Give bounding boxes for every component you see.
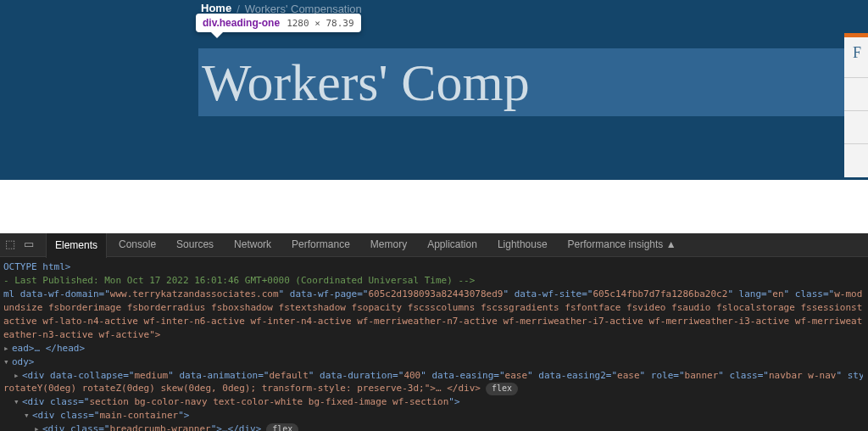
v: w-mod-js fsjs fsflexbox fsno-t xyxy=(834,288,863,299)
dom-line[interactable]: ▸<div class="breadcrumb-wranner">…</div>… xyxy=(3,423,863,431)
tab-application[interactable]: Application xyxy=(419,233,486,257)
inspect-tooltip: div.heading-one 1280 × 78.39 xyxy=(196,14,361,32)
dom-line[interactable]: OCTYPE html> xyxy=(3,260,863,274)
doctype-text: OCTYPE html> xyxy=(3,261,70,272)
dom-line[interactable]: ▾ody> xyxy=(3,355,863,369)
v: section bg-color-navy text-color-white b… xyxy=(89,396,448,407)
t: ml data-wf-domain=" xyxy=(3,288,110,299)
t: "> xyxy=(178,410,189,421)
dom-line[interactable]: ▾<div class="main-container"> xyxy=(3,409,863,423)
dom-line[interactable]: ml data-wf-domain="www.terrykatzandassoc… xyxy=(3,288,863,301)
page-title: Workers' Comp xyxy=(202,53,530,113)
inspect-highlight-overlay: Workers' Comp xyxy=(198,48,868,116)
sidebar-card-letter: F xyxy=(844,37,868,62)
dom-line[interactable]: active wf-lato-n4-active wf-inter-n6-act… xyxy=(3,315,863,328)
tab-lighthouse[interactable]: Lighthouse xyxy=(489,233,556,257)
t: ead>… </head> xyxy=(12,343,85,354)
inspect-icon[interactable]: ⬚ xyxy=(5,237,15,253)
divider xyxy=(844,143,868,144)
divider xyxy=(844,110,868,111)
v: 400 xyxy=(403,370,420,381)
device-toggle-icon[interactable]: ▭ xyxy=(24,237,34,253)
tab-performance-insights[interactable]: Performance insights ▲ xyxy=(559,233,685,257)
disclose-icon[interactable]: ▾ xyxy=(3,355,12,369)
v: default xyxy=(269,370,308,381)
t: " lang=" xyxy=(727,288,772,299)
tab-memory[interactable]: Memory xyxy=(362,233,415,257)
v: breadcrumb-wranner xyxy=(109,423,210,431)
disclose-icon[interactable]: ▾ xyxy=(14,395,22,409)
devtools-panel: ⬚ ▭ Elements Console Sources Network Per… xyxy=(0,233,868,431)
t: " data-duration=" xyxy=(309,370,404,381)
t: " data-wf-page=" xyxy=(279,288,369,299)
dom-line[interactable]: - Last Published: Mon Oct 17 2022 16:01:… xyxy=(3,274,863,288)
v: navbar w-nav xyxy=(769,370,836,381)
t: <div class=" xyxy=(42,423,109,431)
inspect-tooltip-selector: div.heading-one xyxy=(203,17,280,29)
t: " style=" xyxy=(836,370,863,381)
disclose-icon[interactable]: ▸ xyxy=(14,369,22,383)
dom-line[interactable]: rotateY(0deg) rotateZ(0deg) skew(0deg, 0… xyxy=(3,382,863,395)
page-body-gap xyxy=(0,180,868,233)
tab-elements[interactable]: Elements xyxy=(46,233,107,258)
devtools-tab-bar: ⬚ ▭ Elements Console Sources Network Per… xyxy=(0,233,868,257)
t: " role=" xyxy=(640,370,685,381)
dom-line[interactable]: eather-n3-active wf-active"> xyxy=(3,328,863,342)
disclose-icon[interactable]: ▸ xyxy=(34,423,42,431)
v: ease xyxy=(617,370,640,381)
t: <div data-collapse=" xyxy=(22,370,134,381)
dom-line[interactable]: ▸ead>… </head> xyxy=(3,342,863,355)
v: medium xyxy=(134,370,168,381)
v: 605c2d198093a82443078ed9 xyxy=(369,288,504,299)
t: " class=" xyxy=(784,288,835,299)
flex-badge[interactable]: flex xyxy=(486,383,518,395)
t: " data-wf-site=" xyxy=(503,288,593,299)
v: en xyxy=(772,288,783,299)
devtools-elements-tree[interactable]: OCTYPE html> - Last Published: Mon Oct 1… xyxy=(0,257,868,431)
t: " data-animation=" xyxy=(168,370,269,381)
t: <div class=" xyxy=(32,410,99,421)
t: " data-easing2=" xyxy=(527,370,617,381)
v: 605c14fbb7d7fa1286ba20c2 xyxy=(593,288,727,299)
v: rotateY(0deg) rotateZ(0deg) skew(0deg, 0… xyxy=(3,383,481,394)
t: " data-easing=" xyxy=(420,370,504,381)
v: eather-n3-active wf-active"> xyxy=(3,329,160,340)
t: <div class=" xyxy=(22,396,89,407)
sidebar-card: F xyxy=(844,33,868,177)
tab-performance[interactable]: Performance xyxy=(283,233,359,257)
v: ease xyxy=(505,370,528,381)
dom-line[interactable]: undsize fsborderimage fsborderradius fsb… xyxy=(3,301,863,315)
divider xyxy=(844,77,868,78)
page-hero: Home / Workers' Compensation div.heading… xyxy=(0,0,868,180)
disclose-icon[interactable]: ▾ xyxy=(24,409,32,423)
v: banner xyxy=(685,370,719,381)
disclose-icon[interactable]: ▸ xyxy=(3,342,12,355)
dom-line[interactable]: ▸<div data-collapse="medium" data-animat… xyxy=(3,369,863,383)
v: www.terrykatzandassociates.com xyxy=(110,288,279,299)
t: " class=" xyxy=(718,370,769,381)
flex-badge[interactable]: flex xyxy=(266,423,298,431)
tab-network[interactable]: Network xyxy=(225,233,280,257)
tab-console[interactable]: Console xyxy=(110,233,164,257)
inspect-tooltip-dimensions: 1280 × 78.39 xyxy=(287,18,353,29)
dom-line[interactable]: ▾<div class="section bg-color-navy text-… xyxy=(3,395,863,409)
tab-sources[interactable]: Sources xyxy=(168,233,222,257)
t: "> xyxy=(448,396,459,407)
tooltip-caret-icon xyxy=(211,32,223,38)
t: ">…</div> xyxy=(211,423,262,431)
t: ody> xyxy=(12,356,35,367)
devtools-toolbar-icons: ⬚ ▭ xyxy=(5,237,34,253)
v: main-container xyxy=(99,410,178,421)
